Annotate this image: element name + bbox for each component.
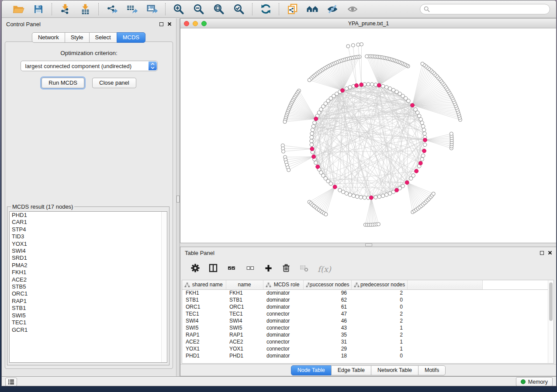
column-header-shared-name[interactable]: shared name [182,280,226,289]
table-cell: 35 [303,331,351,338]
mcds-result-item[interactable]: RAP1 [10,298,167,305]
mcds-result-item[interactable]: FKH1 [10,269,167,276]
search-input[interactable] [420,4,550,14]
criterion-dropdown[interactable]: largest connected component (undirected) [21,61,158,71]
add-column-button[interactable] [264,264,273,274]
export-table-button[interactable] [124,2,140,16]
zoom-selected-icon [233,3,245,15]
hide-selected-button[interactable] [325,2,340,16]
table-row[interactable]: FKH1FKH1dominator962 [182,289,548,296]
mcds-result-item[interactable]: YOX1 [10,241,167,248]
mcds-result-item[interactable]: PHD1 [10,212,167,219]
zoom-selected-button[interactable] [231,2,247,16]
mcds-result-item[interactable]: TEC1 [10,319,167,326]
tab-network[interactable]: Network [32,32,65,43]
mcds-result-item[interactable]: PMA2 [10,262,167,269]
first-neighbors-button[interactable] [304,2,320,16]
horizontal-splitter[interactable] [180,243,557,247]
tab-motifs[interactable]: Motifs [418,365,446,375]
tab-style[interactable]: Style [65,32,90,43]
mcds-result-item[interactable]: GCR1 [10,327,167,334]
mcds-result-item[interactable]: CAR1 [10,219,167,226]
table-cell: ACE2 [226,338,263,345]
select-all-button[interactable] [227,265,236,273]
close-panel-icon[interactable] [167,21,172,28]
run-mcds-button[interactable]: Run MCDS [42,78,84,88]
table-cell: 62 [303,296,351,303]
column-header-name[interactable]: name [226,280,263,289]
open-file-button[interactable] [10,2,26,16]
network-canvas[interactable] [180,28,557,243]
table-cell: 43 [303,324,351,331]
table-cell: TEC1 [226,310,263,317]
mcds-result-item[interactable]: ORC1 [10,290,167,297]
mcds-result-item[interactable]: ACE2 [10,276,167,283]
mcds-result-item[interactable]: SRD1 [10,254,167,261]
task-history-button[interactable] [5,378,17,386]
table-row[interactable]: TEC1TEC1connector472 [182,310,548,317]
refresh-layout-button[interactable] [258,2,273,16]
show-all-button[interactable] [345,2,360,16]
toolbar-group [99,2,165,16]
mcds-result-item[interactable]: SWI5 [10,312,167,319]
table-cell-blank [407,303,482,310]
table-cell: PHD1 [182,352,226,359]
dropdown-stepper-icon [149,62,157,70]
column-header-predecessor-nodes[interactable]: predecessor nodes [351,280,407,289]
table-scrollbar[interactable] [548,280,554,363]
column-header-blank [407,280,482,289]
mcds-result-item[interactable]: STB1 [10,305,167,312]
table-row[interactable]: YOX1YOX1connector291 [182,345,548,352]
import-table-button[interactable] [77,2,93,16]
tab-select[interactable]: Select [89,32,117,43]
column-header-successor-nodes[interactable]: successor nodes [303,280,351,289]
close-panel-button[interactable]: Close panel [92,78,136,88]
table-row[interactable]: STB1STB1dominator620 [182,296,548,303]
table-row[interactable]: ACE2ACE2connector311 [182,338,548,345]
close-table-panel-icon[interactable] [548,250,552,256]
column-header-MCDS-role[interactable]: MCDS role [263,280,303,289]
tab-node-table[interactable]: Node Table [291,365,332,375]
mcds-list-scrollbar[interactable] [161,212,167,362]
memory-button[interactable]: Memory [516,377,553,386]
zoom-fit-button[interactable] [211,2,227,16]
mcds-result-item[interactable]: TID3 [10,233,167,240]
mcds-result-list[interactable]: PHD1CAR1STP4TID3YOX1SWI4SRD1PMA2FKH1ACE2… [9,211,167,363]
tab-mcds[interactable]: MCDS [117,32,145,43]
table-row[interactable]: PHD1PHD1dominator180 [182,352,548,359]
open-file-icon [13,4,24,14]
tab-edge-table[interactable]: Edge Table [331,365,371,375]
settings-button[interactable] [191,264,200,274]
save-session-button[interactable] [31,2,46,16]
mcds-result-item[interactable]: STB5 [10,283,167,290]
float-panel-icon[interactable] [159,22,163,26]
table-cell-blank [482,338,548,345]
table-cell: 96 [303,289,351,296]
delete-column-button[interactable] [282,264,291,274]
horizontal-splitter-grip[interactable] [365,244,372,246]
table-cell: connector [263,345,303,352]
deselect-all-button[interactable] [246,265,255,273]
export-image-button[interactable] [144,2,160,16]
mcds-result-item[interactable]: STP4 [10,226,167,233]
vertical-splitter-grip[interactable] [176,196,180,203]
show-column-panel-button[interactable] [209,264,218,274]
mcds-result-item[interactable]: SWI4 [10,248,167,254]
toolbar-group [52,2,98,16]
duplicate-network-button[interactable] [284,2,300,16]
table-row[interactable]: SWI5SWI5connector431 [182,324,548,331]
table-row[interactable]: SWI4SWI4dominator462 [182,317,548,324]
table-cell: SWI5 [182,324,226,331]
vertical-splitter[interactable] [176,18,180,376]
table-scrollbar-thumb[interactable] [549,282,553,321]
network-graph[interactable] [180,28,557,243]
zoom-in-button[interactable] [171,2,187,16]
tab-network-table[interactable]: Network Table [371,365,419,375]
import-network-button[interactable] [57,2,73,16]
export-network-button[interactable] [104,2,120,16]
table-row[interactable]: ORC1ORC1dominator610 [182,303,548,310]
delete-table-button [300,264,308,274]
table-row[interactable]: RAP1RAP1dominator352 [182,331,548,338]
float-table-panel-icon[interactable] [540,251,544,255]
zoom-out-button[interactable] [191,2,207,16]
